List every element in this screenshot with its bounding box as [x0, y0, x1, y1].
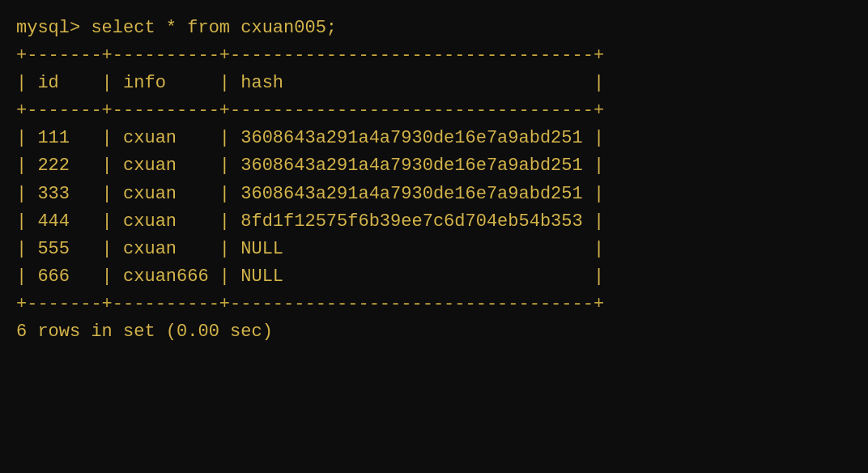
table-row: | 222 | cxuan | 3608643a291a4a7930de16e7…: [16, 152, 852, 180]
table-row: | 333 | cxuan | 3608643a291a4a7930de16e7…: [16, 181, 852, 208]
table-row: | 111 | cxuan | 3608643a291a4a7930de16e7…: [16, 125, 852, 152]
prompt-line: mysql> select * from cxuan005;: [16, 15, 852, 42]
table-row: | 666 | cxuan666 | NULL |: [16, 263, 852, 291]
footer-line: 6 rows in set (0.00 sec): [16, 318, 852, 346]
table-row: | 444 | cxuan | 8fd1f12575f6b39ee7c6d704…: [16, 208, 852, 236]
table-row: | 555 | cxuan | NULL |: [16, 236, 852, 263]
separator-mid: +-------+----------+--------------------…: [16, 97, 852, 125]
separator-top: +-------+----------+--------------------…: [16, 42, 852, 70]
terminal-window: mysql> select * from cxuan005; +-------+…: [0, 0, 868, 473]
separator-bottom: +-------+----------+--------------------…: [16, 291, 852, 318]
header-line: | id | info | hash |: [16, 70, 852, 97]
